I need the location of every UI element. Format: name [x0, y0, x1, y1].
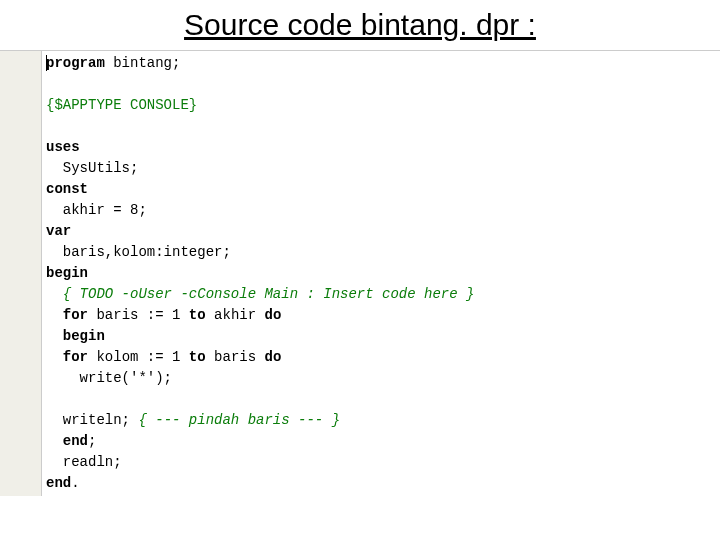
keyword-var: var [46, 223, 71, 239]
keyword-to: to [189, 349, 206, 365]
slide-title: Source code bintang. dpr : [0, 0, 720, 48]
keyword-for: for [63, 349, 88, 365]
keyword-for: for [63, 307, 88, 323]
code-text: ; [88, 433, 96, 449]
slide: Source code bintang. dpr : program binta… [0, 0, 720, 540]
keyword-uses: uses [46, 139, 80, 155]
compiler-directive: {$APPTYPE CONSOLE} [46, 97, 197, 113]
code-text: baris,kolom:integer; [46, 244, 231, 260]
comment: { --- pindah baris --- } [138, 412, 340, 428]
code-text: SysUtils; [46, 160, 138, 176]
keyword-end: end [63, 433, 88, 449]
keyword-do: do [264, 307, 281, 323]
code-text: bintang; [105, 55, 181, 71]
code-text [46, 328, 63, 344]
keyword-do: do [264, 349, 281, 365]
code-text: baris [206, 349, 265, 365]
code-text: readln; [46, 454, 122, 470]
keyword-to: to [189, 307, 206, 323]
code-text: baris := 1 [88, 307, 189, 323]
source-code: program bintang; {$APPTYPE CONSOLE} uses… [42, 51, 478, 496]
code-editor: program bintang; {$APPTYPE CONSOLE} uses… [0, 51, 720, 496]
comment-todo: { TODO -oUser -cConsole Main : Insert co… [46, 286, 474, 302]
keyword-end: end [46, 475, 71, 491]
code-text: akhir = 8; [46, 202, 147, 218]
code-text [46, 349, 63, 365]
keyword-program: program [46, 55, 105, 71]
keyword-begin: begin [46, 265, 88, 281]
keyword-begin: begin [63, 328, 105, 344]
code-text: akhir [206, 307, 265, 323]
code-text: . [71, 475, 79, 491]
code-text: kolom := 1 [88, 349, 189, 365]
code-text: writeln; [46, 412, 138, 428]
code-text [46, 307, 63, 323]
code-text: write('*'); [46, 370, 172, 386]
code-text [46, 433, 63, 449]
gutter [0, 51, 42, 496]
keyword-const: const [46, 181, 88, 197]
